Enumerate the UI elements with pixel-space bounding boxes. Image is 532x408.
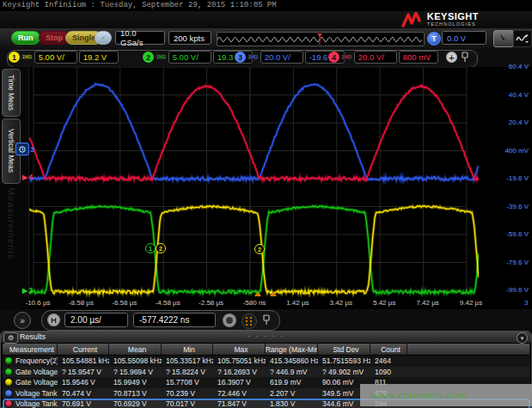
channel-2-reference-marker[interactable]: ▶2 xyxy=(22,286,33,295)
touch-waveform-button[interactable] xyxy=(513,30,532,47)
measurement-value-cell: 2464 xyxy=(370,356,407,365)
time-axis-labels: -10.6 µs-8.58 µs-6.58 µs-4.58 µs-2.58 µs… xyxy=(28,298,478,309)
measurement-name-cell: Voltage Tank Cir xyxy=(3,399,58,408)
waveform-setup-button[interactable] xyxy=(95,31,112,45)
channel-4-badge[interactable]: 4 xyxy=(328,52,339,63)
measurement-color-dot xyxy=(4,378,13,387)
measurement-color-dot xyxy=(4,356,13,365)
channel-2-scale-field[interactable]: 5.00 V/ xyxy=(168,51,211,64)
left-sidebar: Time Meas Vertical Meas Measurements xyxy=(0,67,28,309)
time-axis-tick: 3.42 µs xyxy=(330,299,352,307)
preview-waveform-icon xyxy=(217,33,422,45)
measurement-value-cell: 70.239 V xyxy=(162,389,213,398)
column-header[interactable]: Mean xyxy=(109,344,162,355)
waveform-grid[interactable] xyxy=(28,67,479,298)
channel-2-badge[interactable]: 2 xyxy=(143,52,154,63)
measurement-value-cell: 15.7708 V xyxy=(162,378,213,387)
channel-4-scale-field[interactable]: 20.0 V/ xyxy=(354,51,397,64)
channel-bar: 11MΩ5.00 V/19.2 V21MΩ5.00 V/19.3 V31MΩ20… xyxy=(0,49,532,67)
timebase-pin-icon[interactable] xyxy=(262,314,271,326)
measurement-color-dot xyxy=(4,399,13,408)
column-header[interactable]: Count xyxy=(370,344,407,355)
measurement-value-cell: 15.9949 V xyxy=(109,378,162,387)
channel-4-offset-field[interactable]: 800 mV xyxy=(399,51,438,64)
measurement-value-cell: ? 15.9547 V xyxy=(58,368,109,376)
time-axis-tick: 5.42 µs xyxy=(373,299,395,307)
measurement-value-cell: 619.9 mV xyxy=(266,378,318,387)
window-title: Keysight Infiniium : Tuesday, September … xyxy=(3,1,277,9)
memory-depth-field[interactable]: 200 kpts xyxy=(168,31,211,45)
right-axis-tick: 40.4 V xyxy=(509,91,529,99)
column-header[interactable]: Measurement xyxy=(3,344,58,355)
cursor-icon xyxy=(494,31,511,45)
marker-mode-button[interactable] xyxy=(242,314,257,329)
channel-4-reference-marker[interactable]: ▶4 xyxy=(22,173,33,181)
arrow-icon: ▶ xyxy=(22,287,28,295)
edge-trigger-triangle-icon xyxy=(270,291,277,296)
waveform-display-area: Time Meas Vertical Meas Measurements 60.… xyxy=(0,67,532,309)
time-axis-tick: -8.58 µs xyxy=(69,299,94,307)
pin-icon[interactable] xyxy=(461,52,469,63)
channel-4-group[interactable]: 41MΩ20.0 V/800 mV xyxy=(328,51,438,64)
right-axis-tick: 400 mV xyxy=(504,147,529,155)
time-per-div-field[interactable]: 2.00 µs/ xyxy=(64,313,128,327)
time-axis-tick: 1.42 µs xyxy=(286,299,309,307)
tab-time-meas[interactable]: Time Meas xyxy=(2,69,21,117)
measurement-value-cell: 70.6929 V xyxy=(109,399,162,408)
expand-chevron-button[interactable]: » xyxy=(14,312,31,329)
results-settings-button[interactable]: ⚙ xyxy=(3,332,18,344)
column-header[interactable]: Max xyxy=(213,344,266,355)
logo-bar: KEYSIGHT TECHNOLOGIES xyxy=(0,11,532,28)
mouse-mode-button[interactable] xyxy=(493,30,514,47)
right-axis-tick: 60.4 V xyxy=(509,63,529,70)
channel-1-badge[interactable]: 1 xyxy=(9,52,20,63)
wave-arrows-icon xyxy=(516,33,529,45)
channel-1-offset-field[interactable]: 19.2 V xyxy=(79,51,119,64)
table-row[interactable]: Gate Voltage MC? 15.9547 V? 15.9694 V? 1… xyxy=(3,367,530,378)
logo-sub-text: TECHNOLOGIES xyxy=(427,22,479,27)
channel-3-badge[interactable]: 3 xyxy=(235,52,246,63)
zoom-mode-button[interactable] xyxy=(223,314,236,327)
right-axis-tick: -99.6 V xyxy=(506,286,529,294)
measurement-marker[interactable]: 1 xyxy=(145,243,156,253)
time-axis-tick: -10.6 µs xyxy=(25,299,50,307)
measurement-value-cell: 70.8713 V xyxy=(109,389,162,398)
channel-1-impedance: 1MΩ xyxy=(21,54,33,60)
channel-1-scale-field[interactable]: 5.00 V/ xyxy=(34,51,77,64)
channel-3-scale-field[interactable]: 20.0 V/ xyxy=(260,51,303,64)
acquisition-toolbar: Run Stop Single 10.0 GSa/s 200 kpts T 0.… xyxy=(0,28,532,50)
measurement-marker[interactable]: 2 xyxy=(254,244,265,254)
column-header[interactable]: Current xyxy=(58,344,109,355)
channel-1-group[interactable]: 11MΩ5.00 V/19.2 V xyxy=(9,51,119,64)
add-waveform-button[interactable]: + xyxy=(446,52,457,63)
measurement-name-cell: Frequency(2) xyxy=(3,356,58,365)
results-title-bar[interactable]: ⚙ Results · · · · · ▾ xyxy=(1,332,531,343)
column-header[interactable]: Min xyxy=(162,344,213,355)
measurement-value-cell: 70.017 V xyxy=(162,399,213,408)
measurement-value-cell: 15.9546 V xyxy=(58,378,109,387)
sample-rate-field[interactable]: 10.0 GSa/s xyxy=(115,31,165,45)
results-title: Results xyxy=(20,332,46,341)
trigger-badge[interactable]: T xyxy=(427,32,441,46)
measurement-color-dot xyxy=(4,368,13,376)
column-header[interactable]: Range (Max-Min) xyxy=(266,344,318,355)
results-collapse-button[interactable]: ▾ xyxy=(517,332,528,344)
horizontal-badge[interactable]: H xyxy=(47,314,60,326)
measurement-name-cell: Gate Voltage MC xyxy=(3,378,58,387)
channel-3-reference-marker[interactable]: 3 xyxy=(15,143,34,155)
measurement-value-cell: 1090 xyxy=(370,368,407,376)
corner-channel-label: 3 xyxy=(524,299,528,307)
measurement-value-cell: 105.33517 kHz xyxy=(162,356,213,365)
measurement-value-cell: 51.7515593 Hz xyxy=(318,356,370,365)
keysight-spark-icon xyxy=(401,12,424,27)
column-header[interactable]: Std Dev xyxy=(318,344,370,355)
measurement-marker[interactable]: 2 xyxy=(156,243,166,253)
right-axis-labels: 60.4 V40.4 V20.4 V400 mV-19.6 V-39.6 V-5… xyxy=(478,67,531,298)
run-button[interactable]: Run xyxy=(11,31,40,45)
drag-handle[interactable]: · · · · · xyxy=(248,332,284,340)
table-row[interactable]: Frequency(2)105.54881 kHz105.55098 kHz10… xyxy=(3,356,530,367)
timebase-bar: » H 2.00 µs/ -577.4222 ns xyxy=(0,309,532,331)
trigger-level-field[interactable]: 0.0 V xyxy=(442,31,486,45)
horizontal-position-field[interactable]: -577.4222 ns xyxy=(133,313,216,327)
acquisition-preview-bar[interactable] xyxy=(217,32,425,46)
